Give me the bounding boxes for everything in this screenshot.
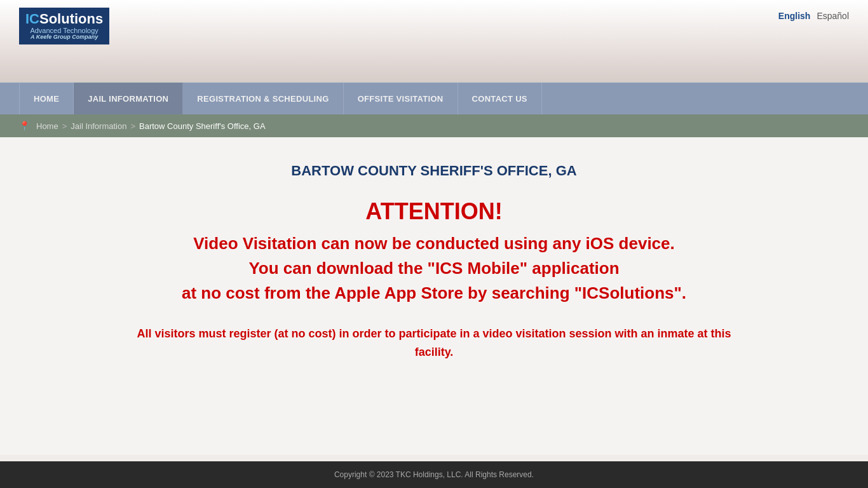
logo[interactable]: ICSolutions Advanced Technology A Keefe …: [19, 8, 109, 44]
breadcrumb-separator-2: >: [130, 121, 135, 131]
logo-solutions: Solutions: [39, 11, 103, 27]
breadcrumb-current-page: Bartow County Sheriff's Office, GA: [139, 121, 266, 131]
main-content: BARTOW COUNTY SHERIFF'S OFFICE, GA ATTEN…: [0, 137, 868, 455]
breadcrumb-home-link[interactable]: Home: [36, 121, 58, 131]
logo-area: ICSolutions Advanced Technology A Keefe …: [19, 8, 109, 44]
nav-item-contact-us[interactable]: CONTACT US: [458, 83, 542, 114]
attention-title: ATTENTION!: [13, 198, 855, 225]
logo-tagline: A Keefe Group Company: [25, 34, 103, 41]
nav-item-registration-scheduling[interactable]: REGISTRATION & SCHEDULING: [183, 83, 343, 114]
attention-body: Video Visitation can now be conducted us…: [13, 231, 855, 306]
nav-item-jail-information[interactable]: JAIL INFORMATION: [74, 83, 183, 114]
footer: Copyright © 2023 TKC Holdings, LLC. All …: [0, 461, 868, 488]
english-language-link[interactable]: English: [778, 11, 811, 21]
navigation-bar: HOME JAIL INFORMATION REGISTRATION & SCH…: [0, 83, 868, 114]
facility-title: BARTOW COUNTY SHERIFF'S OFFICE, GA: [13, 163, 855, 179]
breadcrumb-jail-info-link[interactable]: Jail Information: [71, 121, 126, 131]
language-switcher: English Español: [778, 8, 849, 21]
footer-text: Copyright © 2023 TKC Holdings, LLC. All …: [334, 470, 534, 479]
breadcrumb-separator-1: >: [62, 121, 67, 131]
breadcrumb: 📍 Home > Jail Information > Bartow Count…: [0, 114, 868, 137]
nav-item-home[interactable]: HOME: [19, 83, 74, 114]
espanol-language-link[interactable]: Español: [817, 11, 849, 21]
logo-ic: IC: [25, 11, 39, 27]
location-icon: 📍: [19, 121, 30, 131]
nav-item-offsite-visitation[interactable]: OFFSITE VISITATION: [344, 83, 458, 114]
header: ICSolutions Advanced Technology A Keefe …: [0, 0, 868, 83]
visitors-note: All visitors must register (at no cost) …: [116, 325, 752, 362]
